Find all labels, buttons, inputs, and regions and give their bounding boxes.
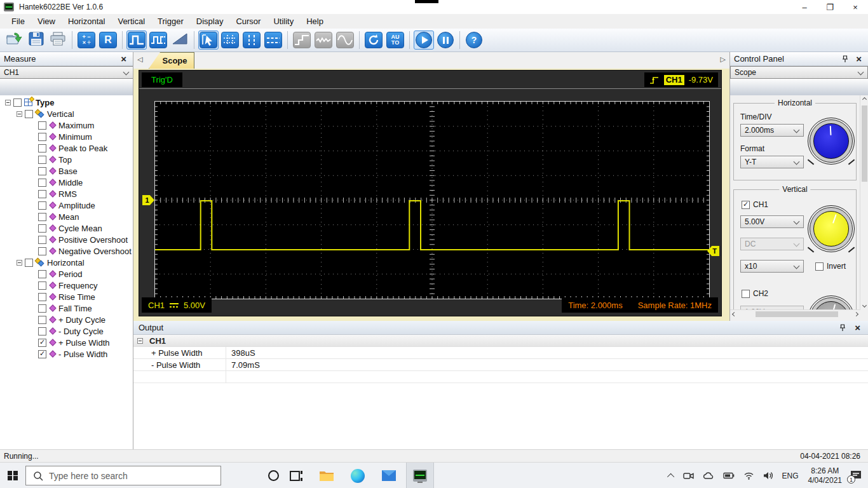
menu-horizontal[interactable]: Horizontal	[62, 15, 112, 28]
tree-item-label[interactable]: Type	[36, 98, 54, 107]
meet-now-button[interactable]	[679, 471, 698, 480]
tree-item-label[interactable]: Base	[58, 166, 78, 176]
start-button[interactable]	[0, 463, 25, 488]
tree-item-fall-time[interactable]: Fall Time	[0, 302, 133, 314]
tree-item-label[interactable]: RMS	[58, 189, 77, 199]
open-button[interactable]	[4, 30, 25, 50]
checkbox[interactable]	[38, 350, 46, 358]
menu-trigger[interactable]: Trigger	[151, 15, 190, 28]
tree-item-label[interactable]: Middle	[58, 178, 83, 187]
tree-item-label[interactable]: Rise Time	[58, 292, 95, 302]
step-wave-button[interactable]	[292, 30, 312, 50]
ch1-vertical-knob[interactable]	[808, 205, 855, 252]
tree-item-label[interactable]: Negative Overshoot	[58, 247, 132, 256]
scope-plot[interactable]	[154, 101, 710, 299]
volume-button[interactable]	[759, 471, 778, 480]
checkbox[interactable]	[38, 247, 46, 255]
tree-item-positive-overshoot[interactable]: Positive Overshoot	[0, 234, 133, 245]
tree-item-label[interactable]: Amplitude	[58, 201, 95, 210]
ch2-checkbox[interactable]	[742, 290, 750, 298]
mail-button[interactable]	[375, 463, 403, 488]
control-mode-select[interactable]: Scope	[730, 66, 868, 79]
ch1-invert[interactable]: Invert	[815, 262, 846, 271]
menu-utility[interactable]: Utility	[267, 15, 300, 28]
tree-item-label[interactable]: Minimum	[58, 132, 92, 142]
hantek-app-button[interactable]	[406, 463, 434, 488]
horizontal-knob[interactable]	[808, 118, 855, 165]
reference-button[interactable]: R	[98, 30, 118, 50]
checkbox[interactable]	[38, 339, 46, 347]
tree-item-label[interactable]: + Pulse Width	[58, 338, 110, 348]
measure-close-icon[interactable]: ×	[118, 55, 129, 64]
save-button[interactable]	[26, 30, 46, 50]
scroll-down-icon[interactable]	[860, 301, 868, 309]
pulse-train-button[interactable]	[148, 30, 168, 50]
checkbox[interactable]	[13, 98, 22, 107]
tree-item-maximum[interactable]: Maximum	[0, 119, 133, 131]
ramp-button[interactable]	[170, 30, 190, 50]
math-button[interactable]: + −× ÷	[76, 30, 97, 50]
tree-item-label[interactable]: Positive Overshoot	[58, 235, 128, 245]
checkbox[interactable]	[38, 304, 46, 313]
network-button[interactable]	[739, 471, 759, 480]
checkbox[interactable]	[38, 327, 46, 336]
tree-item-peak-to-peak[interactable]: Peak to Peak	[0, 142, 133, 154]
checkbox[interactable]	[38, 179, 46, 187]
tab-scroll-right-icon[interactable]: ▷	[721, 55, 726, 64]
ch1-checkbox[interactable]	[742, 201, 750, 209]
menu-file[interactable]: File	[5, 15, 31, 28]
checkbox[interactable]	[38, 121, 46, 130]
menu-help[interactable]: Help	[300, 15, 330, 28]
tree-item-frequency[interactable]: Frequency	[0, 280, 133, 291]
battery-button[interactable]	[719, 472, 739, 479]
output-row[interactable]: + Pulse Width398uS	[133, 347, 868, 359]
channel1-position-marker[interactable]: 1	[142, 195, 154, 205]
invert-checkbox[interactable]	[815, 262, 824, 271]
tree-item-label[interactable]: Maximum	[58, 121, 94, 130]
checkbox[interactable]	[38, 293, 46, 301]
tree-item-label[interactable]: Frequency	[58, 281, 97, 290]
tray-expand-button[interactable]	[665, 473, 679, 478]
tree-item-label[interactable]: Cycle Mean	[58, 224, 102, 233]
tree-item-amplitude[interactable]: Amplitude	[0, 200, 133, 211]
checkbox[interactable]	[25, 259, 33, 267]
tree-item-period[interactable]: Period	[0, 268, 133, 280]
checkbox[interactable]	[38, 133, 46, 141]
checkbox[interactable]	[38, 190, 46, 198]
tree-item-label[interactable]: Vertical	[47, 109, 74, 119]
tab-scroll-left-icon[interactable]: ◁	[137, 55, 142, 64]
tree-item-minimum[interactable]: Minimum	[0, 131, 133, 142]
tree-item--pulse-width[interactable]: - Pulse Width	[0, 348, 133, 360]
tree-item-label[interactable]: Top	[58, 155, 72, 165]
ch1-volts-select[interactable]: 5.00V	[740, 215, 804, 228]
tree-item-negative-overshoot[interactable]: Negative Overshoot	[0, 245, 133, 257]
tree-item--pulse-width[interactable]: + Pulse Width	[0, 337, 133, 348]
edge-button[interactable]	[344, 463, 372, 488]
scroll-right-icon[interactable]	[852, 310, 860, 318]
ch2-vertical-knob[interactable]	[808, 295, 855, 309]
checkbox[interactable]	[38, 213, 46, 221]
taskbar-clock[interactable]: 8:26 AM 4/04/2021	[803, 466, 847, 485]
collapse-icon[interactable]	[5, 100, 11, 105]
control-horizontal-scrollbar[interactable]	[730, 309, 860, 318]
collapse-icon[interactable]	[17, 260, 22, 266]
tree-item-horizontal[interactable]: Horizontal	[0, 257, 133, 268]
checkbox[interactable]	[25, 110, 33, 118]
tree-item-label[interactable]: Peak to Peak	[58, 144, 107, 153]
checkbox[interactable]	[38, 281, 46, 290]
vertical-cursors-button[interactable]	[241, 30, 262, 50]
checkbox[interactable]	[38, 316, 46, 324]
tree-item--duty-cycle[interactable]: + Duty Cycle	[0, 314, 133, 325]
noise-wave-button[interactable]	[313, 30, 334, 50]
start-button[interactable]	[414, 30, 434, 50]
tree-item-label[interactable]: - Duty Cycle	[58, 327, 104, 336]
menu-display[interactable]: Display	[190, 15, 230, 28]
ch2-enable[interactable]: CH2	[742, 289, 768, 298]
output-row[interactable]: - Pulse Width7.09mS	[133, 359, 868, 371]
output-close-icon[interactable]: ×	[852, 323, 863, 332]
checkbox[interactable]	[38, 167, 46, 175]
control-panel-close-icon[interactable]: ×	[853, 55, 864, 64]
measure-channel-select[interactable]: CH1	[0, 66, 133, 79]
format-select[interactable]: Y-T	[740, 156, 804, 168]
scroll-up-icon[interactable]	[860, 95, 868, 104]
